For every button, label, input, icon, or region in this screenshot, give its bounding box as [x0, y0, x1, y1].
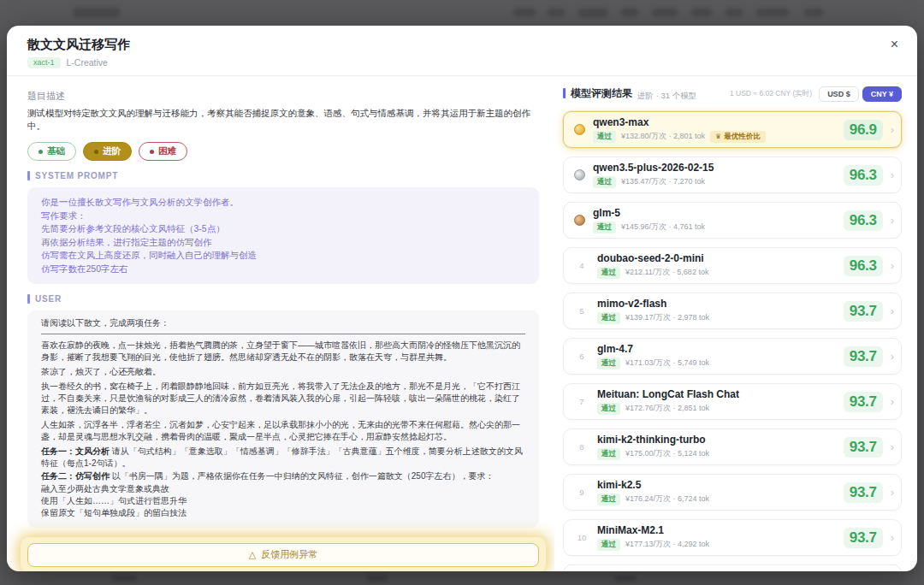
task2-item: 使用「人生如……」句式进行哲思升华	[41, 495, 525, 507]
description-text: 测试模型对特定散文文风的理解与迁移能力，考察其能否捕捉原文的意象、语感、句式与情…	[27, 107, 539, 134]
model-score: 93.7	[844, 301, 883, 322]
backdrop-nav-item	[548, 9, 565, 16]
user-paragraphs: 喜欢在寂静的夜晚，点一抹烛光，捂着热气腾腾的茶，立身望于窗下——城市喧嚣依旧，那…	[41, 340, 525, 443]
model-score: 93.7	[844, 482, 883, 503]
model-name: deepseek-v3.2	[597, 570, 836, 571]
system-prompt-line: 仿写需在文风上高度还原，同时融入自己的理解与创造	[41, 249, 525, 263]
model-result-row[interactable]: glm-5 通过 ¥145.96/万次 · 4,761 tok 96.3 ›	[563, 202, 902, 239]
task2-items: 融入至少两处古典文学意象或典故使用「人生如……」句式进行哲思升华保留原文「短句单…	[41, 483, 525, 519]
model-status-badge: 通过	[597, 403, 620, 415]
difficulty-pill-row: 基础 进阶 困难	[27, 142, 539, 161]
task2-item: 保留原文「短句单独成段」的留白技法	[41, 507, 525, 519]
model-meta: ¥176.24/万次 · 6,724 tok	[625, 493, 709, 505]
model-result-row[interactable]: 5 mimo-v2-flash 通过 ¥139.17/万次 · 2,978 to…	[563, 292, 902, 329]
user-paragraph: 执一卷经久的书，窝在椅子上，闭着眼静静地回味，前方如豆亮光，将我带入了无法企及的…	[41, 381, 525, 417]
currency-toggle-usd[interactable]: USD $	[819, 86, 859, 102]
report-case-anomaly-button[interactable]: △ 反馈用例异常	[27, 543, 539, 567]
currency-toggle-cny[interactable]: CNY ¥	[862, 86, 902, 102]
dot-icon	[94, 150, 98, 154]
silver-medal-icon	[574, 169, 585, 180]
best-value-label: 最优性价比	[724, 132, 761, 142]
model-result-row[interactable]: 7 Meituan: LongCat Flash Chat 通过 ¥172.76…	[563, 383, 902, 420]
model-result-row[interactable]: 8 kimi-k2-thinking-turbo 通过 ¥175.00/万次 ·…	[563, 428, 902, 465]
model-result-row[interactable]: 6 glm-4.7 通过 ¥171.03/万次 · 5,749 tok 93.7…	[563, 338, 902, 375]
backdrop-nav-item	[578, 9, 607, 17]
model-rank: 7	[574, 397, 589, 406]
task-category: L-Creative	[67, 57, 108, 68]
task-id-badge: xact-1	[27, 57, 61, 68]
model-result-row[interactable]: qwen3-max 通过 ¥132.80/万次 · 2,801 tok ♛最优性…	[563, 111, 902, 148]
results-title: 模型评测结果	[563, 86, 632, 101]
gold-medal-icon	[574, 124, 585, 135]
backdrop-footer-item	[614, 575, 637, 582]
divider	[41, 334, 525, 334]
model-result-row[interactable]: 11 deepseek-v3.2 通过 ¥180.38/万次 · 4,079 t…	[563, 564, 902, 571]
user-prompt-box: 请阅读以下散文，完成两项任务： 喜欢在寂静的夜晚，点一抹烛光，捂着热气腾腾的茶，…	[27, 310, 539, 528]
model-rank: 4	[574, 261, 589, 270]
model-name: MiniMax-M2.1	[597, 524, 836, 536]
model-score: 93.7	[844, 437, 883, 458]
model-name: mimo-v2-flash	[597, 298, 836, 310]
model-rank: 5	[574, 306, 589, 316]
model-result-row[interactable]: 4 doubao-seed-2-0-mini 通过 ¥212.11/万次 · 5…	[563, 247, 902, 284]
model-name: Meituan: LongCat Flash Chat	[597, 388, 836, 400]
chevron-right-icon: ›	[891, 486, 894, 499]
model-name: glm-4.7	[597, 343, 836, 355]
backdrop-nav-item	[726, 9, 743, 16]
model-score: 93.7	[844, 392, 883, 412]
chevron-right-icon: ›	[891, 440, 894, 453]
model-name: kimi-k2.5	[597, 479, 836, 491]
model-meta: ¥171.03/万次 · 5,749 tok	[625, 358, 709, 369]
bronze-medal-icon	[574, 215, 585, 226]
user-intro: 请阅读以下散文，完成两项任务：	[41, 317, 525, 329]
difficulty-pill-basic[interactable]: 基础	[27, 142, 76, 161]
model-status-badge: 通过	[593, 222, 616, 233]
crown-icon: ♛	[715, 133, 721, 140]
chevron-right-icon: ›	[891, 123, 894, 136]
model-score: 93.7	[844, 346, 883, 367]
task-detail-modal: 散文文风迁移写作 xact-1 L-Creative × 题目描述 测试模型对特…	[7, 26, 917, 571]
system-prompt-line: 先简要分析参考文段的核心文风特征（3-5点）	[41, 222, 525, 236]
task2-item: 融入至少两处古典文学意象或典故	[41, 483, 525, 495]
model-result-row[interactable]: qwen3.5-plus-2026-02-15 通过 ¥135.47/万次 · …	[563, 157, 902, 193]
dot-icon	[38, 150, 43, 154]
user-paragraph: 人生如茶，沉浮各半，浮者若尘，沉者如梦，心安宁起来，足以承载那抹小小的光，无来由…	[41, 419, 525, 443]
chevron-right-icon: ›	[891, 395, 894, 408]
model-meta: ¥212.11/万次 · 5,682 tok	[625, 267, 708, 278]
results-subtitle: 进阶 · 31 个模型	[637, 91, 696, 102]
exchange-rate-text: 1 USD ≈ 6.02 CNY (实时)	[730, 89, 812, 99]
model-result-row[interactable]: 9 kimi-k2.5 通过 ¥176.24/万次 · 6,724 tok 93…	[563, 474, 902, 511]
close-icon[interactable]: ×	[891, 38, 898, 51]
model-score: 96.9	[844, 120, 883, 140]
system-prompt-label: SYSTEM PROMPT	[27, 171, 539, 180]
model-result-row[interactable]: 10 MiniMax-M2.1 通过 ¥177.13/万次 · 4,292 to…	[563, 519, 902, 556]
model-meta: ¥145.96/万次 · 4,761 tok	[621, 222, 705, 233]
model-list: qwen3-max 通过 ¥132.80/万次 · 2,801 tok ♛最优性…	[563, 111, 902, 571]
evaluation-results-pane: 模型评测结果 进阶 · 31 个模型 1 USD ≈ 6.02 CNY (实时)…	[554, 76, 917, 572]
backdrop-nav-item	[756, 9, 789, 16]
best-value-badge: ♛最优性价比	[710, 131, 766, 143]
model-meta: ¥172.76/万次 · 2,851 tok	[625, 403, 709, 414]
system-prompt-line: 仿写字数在250字左右	[41, 263, 525, 276]
backdrop-nav-logo	[73, 8, 120, 17]
model-meta: ¥175.00/万次 · 5,124 tok	[625, 448, 709, 459]
model-meta: ¥135.47/万次 · 7,270 tok	[621, 176, 705, 187]
model-rank: 9	[574, 488, 589, 497]
model-rank: 6	[574, 352, 589, 361]
difficulty-pill-advanced[interactable]: 进阶	[83, 142, 132, 161]
backdrop-nav-item	[691, 9, 712, 16]
task1-line: 任务一：文风分析 请从「句式结构」「意象选取」「情感基调」「修辞手法」「古典意蕴…	[41, 446, 525, 470]
model-status-badge: 通过	[597, 539, 620, 551]
user-paragraph: 喜欢在寂静的夜晚，点一抹烛光，捂着热气腾腾的茶，立身望于窗下——城市喧嚣依旧，那…	[41, 340, 525, 363]
model-meta: ¥132.80/万次 · 2,801 tok	[621, 131, 705, 142]
system-prompt-line: 你是一位擅长散文写作与文风分析的文学创作者。	[41, 196, 525, 210]
model-status-badge: 通过	[597, 493, 620, 505]
model-meta: ¥177.13/万次 · 4,292 tok	[625, 539, 709, 550]
difficulty-pill-hard[interactable]: 困难	[139, 142, 187, 161]
model-name: kimi-k2-thinking-turbo	[597, 434, 836, 446]
feedback-button-label: 反馈用例异常	[261, 548, 317, 561]
model-score: 96.3	[844, 210, 883, 231]
model-rank: 8	[574, 442, 589, 452]
chevron-right-icon: ›	[891, 214, 894, 227]
chevron-right-icon: ›	[891, 304, 894, 317]
